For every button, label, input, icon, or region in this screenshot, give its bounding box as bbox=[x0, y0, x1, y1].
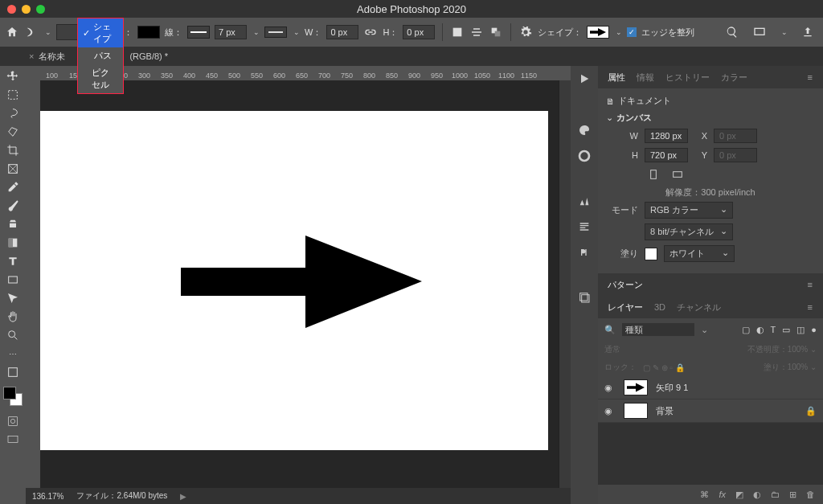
brushes-icon[interactable] bbox=[576, 193, 592, 209]
type-tool[interactable] bbox=[2, 252, 24, 270]
filter-toggle[interactable]: ● bbox=[811, 325, 817, 335]
align-edges-checkbox[interactable]: ✓ bbox=[627, 27, 637, 37]
color-mode-select[interactable]: RGB カラー⌄ bbox=[645, 202, 733, 219]
layer-row-arrow[interactable]: ◉ 矢印 9 1 bbox=[598, 376, 823, 400]
new-layer-icon[interactable]: ⊞ bbox=[789, 490, 796, 500]
link-layers-icon[interactable]: ⌘ bbox=[700, 490, 709, 500]
layer-name[interactable]: 矢印 9 1 bbox=[656, 382, 688, 394]
eye-icon[interactable]: ◉ bbox=[604, 383, 616, 393]
fx-icon[interactable]: fx bbox=[719, 490, 726, 499]
color-swatches[interactable] bbox=[3, 387, 23, 406]
group-icon[interactable]: 🗀 bbox=[771, 490, 780, 499]
portrait-icon[interactable] bbox=[646, 167, 661, 182]
palette-icon[interactable] bbox=[576, 122, 592, 138]
screenmode-tool-icon[interactable] bbox=[2, 431, 24, 449]
tab-color[interactable]: カラー bbox=[721, 72, 747, 84]
stroke-swatch[interactable] bbox=[187, 26, 210, 39]
eyedropper-tool[interactable] bbox=[2, 178, 24, 196]
move-tool[interactable] bbox=[2, 68, 24, 85]
dropdown-option-path[interactable]: パス bbox=[78, 47, 123, 64]
blend-mode-select[interactable]: 通常 bbox=[604, 344, 620, 355]
paragraph-icon[interactable] bbox=[576, 219, 592, 235]
shape-arrow[interactable]: ⌄ bbox=[616, 28, 622, 36]
tab-name[interactable]: 名称未 bbox=[39, 51, 65, 63]
screen-mode-icon[interactable] bbox=[752, 25, 767, 39]
mask-icon[interactable]: ◩ bbox=[735, 490, 743, 500]
tab-info[interactable]: 情報 bbox=[637, 72, 654, 84]
close-window-button[interactable] bbox=[7, 5, 16, 14]
share-icon[interactable] bbox=[800, 25, 815, 39]
scrollbar-vertical[interactable] bbox=[559, 80, 571, 488]
adjustment-icon[interactable]: ◐ bbox=[753, 490, 761, 500]
filter-type-icon[interactable]: T bbox=[771, 325, 776, 335]
bit-depth-select[interactable]: 8 bit/チャンネル⌄ bbox=[645, 223, 733, 240]
width-field[interactable]: 0 px bbox=[326, 25, 358, 39]
stroke-width-field[interactable]: 7 px bbox=[215, 25, 247, 39]
path-tool[interactable] bbox=[2, 289, 24, 307]
path-ops-icon[interactable] bbox=[450, 25, 465, 39]
tab-channels[interactable]: チャンネル bbox=[677, 301, 721, 313]
minimize-window-button[interactable] bbox=[22, 5, 31, 14]
stroke-width-arrow[interactable]: ⌄ bbox=[253, 28, 260, 36]
filter-shape-icon[interactable]: ▭ bbox=[782, 325, 790, 335]
lasso-tool[interactable] bbox=[2, 104, 24, 122]
align-icon[interactable] bbox=[469, 25, 484, 39]
tab-properties[interactable]: 属性 bbox=[608, 72, 625, 84]
fg-swatch[interactable] bbox=[3, 387, 16, 400]
shape-preview[interactable] bbox=[587, 26, 609, 39]
rect-tool[interactable] bbox=[2, 271, 24, 289]
panel-menu-icon[interactable]: ≡ bbox=[808, 280, 813, 289]
circle-icon[interactable] bbox=[576, 148, 592, 164]
bg-fill-swatch[interactable] bbox=[645, 248, 657, 260]
hand-tool[interactable] bbox=[2, 308, 24, 326]
toolbar-more[interactable]: ⋯ bbox=[2, 345, 24, 363]
home-button[interactable] bbox=[5, 25, 19, 39]
brush-tool[interactable] bbox=[2, 197, 24, 215]
landscape-icon[interactable] bbox=[670, 167, 685, 182]
zoom-tool[interactable] bbox=[2, 326, 24, 344]
tab-layers[interactable]: レイヤー bbox=[608, 301, 643, 313]
crop-tool[interactable] bbox=[2, 141, 24, 159]
frame-tool[interactable] bbox=[2, 160, 24, 178]
arrow-shape[interactable] bbox=[181, 236, 422, 328]
tab-close-icon[interactable]: × bbox=[29, 51, 34, 61]
trash-icon[interactable]: 🗑 bbox=[806, 490, 815, 499]
document-canvas[interactable] bbox=[40, 111, 548, 450]
marquee-tool[interactable] bbox=[2, 86, 24, 104]
tab-pattern[interactable]: パターン bbox=[608, 279, 643, 291]
layer-kind-filter[interactable] bbox=[622, 323, 694, 336]
layer-thumb[interactable] bbox=[624, 379, 648, 395]
dropdown-option-shape[interactable]: ✓ シェイプ bbox=[78, 18, 123, 47]
tab-3d[interactable]: 3D bbox=[654, 302, 665, 312]
bg-fill-select[interactable]: ホワイト⌄ bbox=[664, 245, 735, 262]
filter-pixel-icon[interactable]: ▢ bbox=[742, 325, 750, 335]
panel-menu-icon[interactable]: ≡ bbox=[808, 72, 813, 82]
height-field[interactable]: 0 px bbox=[403, 25, 435, 39]
screen-mode-arrow[interactable]: ⌄ bbox=[781, 28, 788, 36]
arrange-icon[interactable] bbox=[489, 25, 503, 39]
zoom-display[interactable]: 136.17% bbox=[32, 492, 63, 501]
stroke-style-select[interactable] bbox=[264, 27, 287, 38]
fill-swatch[interactable] bbox=[137, 26, 160, 39]
zoom-window-button[interactable] bbox=[36, 5, 45, 14]
layers-icon[interactable] bbox=[576, 289, 592, 305]
eye-icon[interactable]: ◉ bbox=[604, 406, 616, 416]
panel-menu-icon[interactable]: ≡ bbox=[808, 302, 813, 312]
gradient-tool[interactable] bbox=[2, 234, 24, 252]
tool-icon[interactable] bbox=[24, 25, 39, 39]
gear-icon[interactable] bbox=[518, 25, 533, 39]
chevron-down-icon[interactable]: ⌄ bbox=[606, 113, 613, 123]
canvas-height-field[interactable]: 720 px bbox=[645, 148, 688, 162]
dropdown-option-pixel[interactable]: ピクセル bbox=[78, 64, 123, 93]
link-wh-icon[interactable] bbox=[363, 25, 378, 39]
quick-select-tool[interactable] bbox=[2, 123, 24, 141]
stroke-style-arrow[interactable]: ⌄ bbox=[293, 28, 300, 36]
clone-tool[interactable] bbox=[2, 215, 24, 233]
glyphs-icon[interactable] bbox=[576, 244, 592, 260]
search-icon[interactable] bbox=[725, 25, 739, 39]
search-icon[interactable]: 🔍 bbox=[604, 325, 616, 335]
tab-history[interactable]: ヒストリー bbox=[665, 72, 710, 84]
play-icon[interactable] bbox=[576, 71, 592, 87]
quickmask-icon[interactable] bbox=[2, 412, 24, 430]
filter-smart-icon[interactable]: ◫ bbox=[796, 325, 805, 335]
